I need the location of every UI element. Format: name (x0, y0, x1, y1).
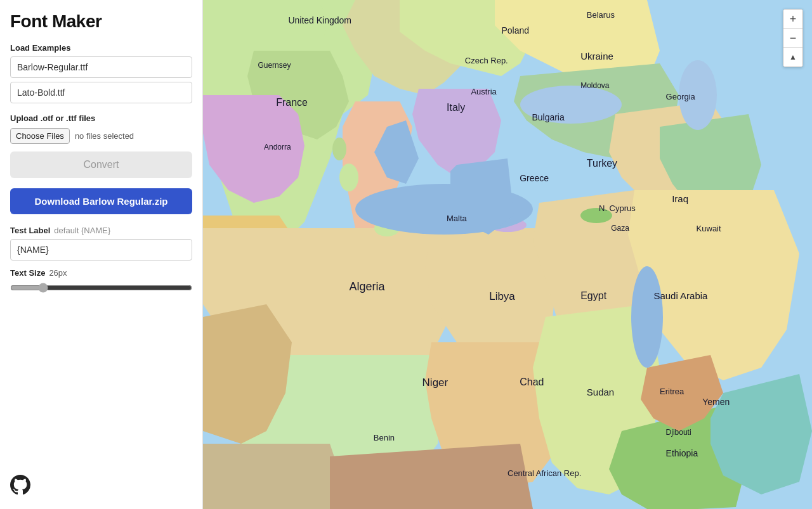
download-button[interactable]: Download Barlow Regular.zip (10, 188, 192, 214)
text-size-slider[interactable] (10, 283, 192, 293)
svg-marker-24 (203, 444, 343, 509)
text-size-row: Text Size 26px (10, 268, 192, 278)
zoom-in-button[interactable]: + (783, 10, 802, 29)
load-examples-label: Load Examples (10, 43, 192, 53)
app-title: Font Maker (10, 11, 192, 32)
zoom-out-button[interactable]: − (783, 29, 802, 48)
svg-point-35 (631, 266, 663, 368)
test-label-input[interactable] (10, 239, 192, 261)
file-input-row: Choose Files no files selected (10, 128, 192, 144)
choose-files-button[interactable]: Choose Files (10, 128, 70, 144)
zoom-controls: + − ▲ (783, 9, 803, 67)
svg-point-30 (580, 208, 612, 223)
svg-point-27 (339, 164, 358, 191)
test-label-title: Test Label (10, 226, 50, 235)
svg-point-29 (332, 138, 346, 160)
slider-container (10, 283, 192, 295)
map-svg (203, 0, 812, 509)
zoom-reset-button[interactable]: ▲ (783, 48, 802, 67)
convert-button[interactable]: Convert (10, 151, 192, 178)
test-label-default: default {NAME} (54, 226, 110, 235)
test-label-row: Test Label default {NAME} (10, 226, 192, 235)
github-icon[interactable] (10, 462, 192, 498)
no-files-text: no files selected (75, 131, 134, 141)
map-area[interactable]: United KingdomGuernseyFranceAndorraPolan… (203, 0, 812, 509)
text-size-label: Text Size (10, 268, 45, 278)
sidebar: Font Maker Load Examples Barlow-Regular.… (0, 0, 203, 509)
svg-point-33 (679, 60, 717, 130)
example-lato[interactable]: Lato-Bold.ttf (10, 82, 192, 103)
upload-label: Upload .otf or .ttf files (10, 113, 192, 123)
svg-point-32 (520, 86, 622, 124)
example-barlow[interactable]: Barlow-Regular.ttf (10, 56, 192, 78)
text-size-value: 26px (49, 268, 67, 278)
